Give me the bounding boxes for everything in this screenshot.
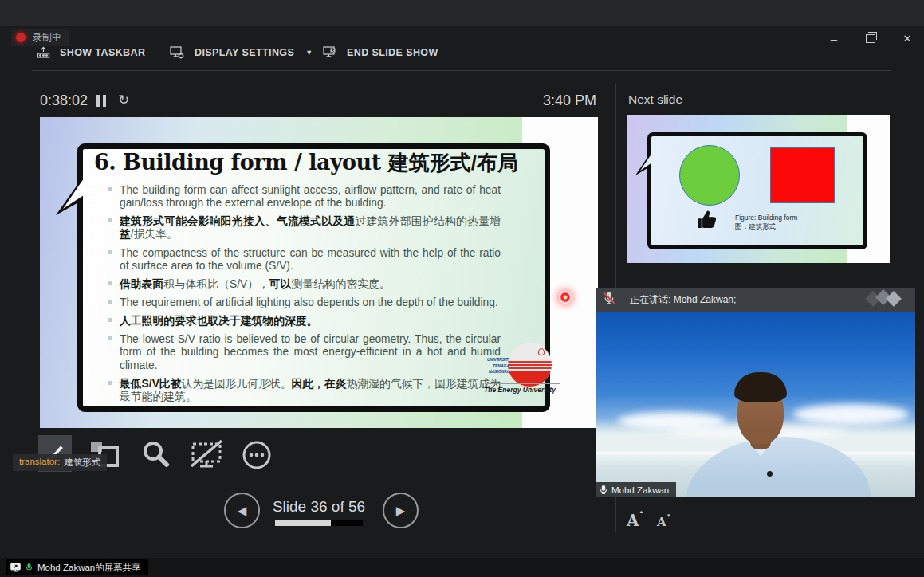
screen: 录制中 – ✕ SHOW TASKBAR DISPLAY SETTINGS bbox=[0, 0, 924, 577]
header-divider bbox=[32, 70, 891, 71]
pause-icon bbox=[96, 95, 100, 107]
end-slide-show-button[interactable]: END SLIDE SHOW bbox=[323, 45, 438, 59]
minimize-button[interactable]: – bbox=[825, 31, 843, 45]
bullet-segment: 建筑形式可能会影响阳光接入、气流模式以及通 bbox=[120, 215, 355, 227]
pause-timer-button[interactable] bbox=[96, 95, 108, 107]
bullet-segment: The building form can affect sunlight ac… bbox=[120, 184, 501, 209]
logo-divider bbox=[486, 383, 560, 384]
translator-tooltip: translator: 建筑形式 bbox=[13, 454, 107, 471]
bullet-segment: The requirement of artificial lighting a… bbox=[120, 296, 498, 308]
bullet-segment: 测量结构的密实度。 bbox=[291, 278, 390, 290]
slide-bullets: The building form can affect sunlight ac… bbox=[120, 184, 501, 409]
slide-progress-fill bbox=[275, 520, 331, 526]
mic-active-icon bbox=[26, 563, 33, 572]
decrease-font-button[interactable]: A▼ bbox=[657, 515, 671, 529]
annotate-screen-icon bbox=[190, 439, 223, 469]
system-taskbar: Mohd Zakwan的屏幕共享 bbox=[0, 558, 924, 577]
prev-slide-icon: ◀ bbox=[238, 504, 247, 518]
preview-caption: Figure: Building form 图：建筑形式 bbox=[735, 214, 797, 232]
active-speaker-text: 正在讲话: Mohd Zakwan; bbox=[630, 293, 736, 307]
bullet-segment: 过建筑外部围护结构的热量增 bbox=[355, 215, 501, 227]
display-settings-icon bbox=[170, 45, 185, 60]
participant-name: Mohd Zakwan bbox=[611, 485, 669, 495]
mic-muted-icon bbox=[604, 292, 615, 308]
show-taskbar-icon bbox=[37, 45, 50, 59]
more-icon bbox=[241, 439, 273, 471]
slide-bullet: The compactness of the structure can be … bbox=[120, 247, 501, 273]
mic-icon bbox=[600, 485, 607, 495]
more-options-button[interactable] bbox=[238, 438, 275, 472]
laser-pointer bbox=[559, 291, 572, 304]
screen-share-icon bbox=[10, 563, 21, 572]
thumbs-up-icon bbox=[695, 209, 717, 234]
logo-tagline: The Energy University bbox=[480, 386, 560, 394]
slide-bullet: 借助表面积与体积比（S/V），可以测量结构的密实度。 bbox=[120, 278, 501, 291]
participant-name-tag: Mohd Zakwan bbox=[596, 482, 676, 497]
display-settings-button[interactable]: DISPLAY SETTINGS ▼ bbox=[170, 45, 313, 60]
bullet-segment: 借助表面 bbox=[120, 278, 163, 290]
restore-button[interactable] bbox=[862, 31, 879, 45]
bullet-segment: 人工照明的要求也取决于建筑物的深度。 bbox=[120, 315, 317, 327]
bullet-segment: 积与体积比（S/V）， bbox=[163, 278, 269, 290]
slide-counter: Slide 36 of 56 bbox=[263, 498, 375, 516]
pause-icon bbox=[103, 95, 106, 107]
presenter-window: 录制中 – ✕ SHOW TASKBAR DISPLAY SETTINGS bbox=[0, 26, 924, 558]
screen-share-badge[interactable]: Mohd Zakwan的屏幕共享 bbox=[6, 559, 148, 575]
next-slide-icon: ▶ bbox=[396, 504, 406, 518]
increase-font-button[interactable]: A▲ bbox=[627, 511, 643, 530]
restart-timer-button[interactable]: ↻ bbox=[118, 92, 129, 108]
active-speaker-bar: 正在讲话: Mohd Zakwan; bbox=[596, 288, 915, 312]
bullet-segment: 可以 bbox=[269, 278, 292, 290]
next-slide-label: Next slide bbox=[628, 92, 682, 107]
next-slide-preview[interactable]: Figure: Building form 图：建筑形式 bbox=[627, 115, 890, 263]
show-taskbar-label: SHOW TASKBAR bbox=[60, 47, 145, 58]
slide-bullet: The lowest S/V ratio is believed to be o… bbox=[120, 333, 501, 371]
bullet-segment: The lowest S/V ratio is believed to be o… bbox=[120, 333, 501, 371]
elapsed-timer: 0:38:02 bbox=[40, 92, 88, 109]
diamond-icon bbox=[886, 291, 902, 307]
restore-icon bbox=[866, 34, 875, 43]
show-taskbar-button[interactable]: SHOW TASKBAR bbox=[37, 45, 145, 59]
font-increase-label: A bbox=[627, 511, 639, 530]
caret-down-icon: ▼ bbox=[666, 513, 671, 518]
preview-caption-line2: 图：建筑形式 bbox=[735, 222, 797, 231]
slide-bullet: 最低S/V比被认为是圆形几何形状。因此，在炎热潮湿的气候下，圆形建筑成为最节能的… bbox=[120, 378, 501, 403]
webcam-video[interactable] bbox=[596, 312, 915, 497]
clock: 3:40 PM bbox=[533, 92, 596, 109]
preview-caption-line1: Figure: Building form bbox=[735, 214, 797, 222]
previous-slide-button[interactable]: ◀ bbox=[224, 493, 260, 528]
next-slide-button[interactable]: ▶ bbox=[383, 493, 419, 528]
display-settings-label: DISPLAY SETTINGS bbox=[195, 47, 294, 58]
font-decrease-label: A bbox=[657, 515, 666, 529]
recording-indicator: 录制中 bbox=[11, 29, 69, 46]
close-button[interactable]: ✕ bbox=[898, 31, 916, 45]
cloud bbox=[793, 404, 909, 425]
chevron-down-icon: ▼ bbox=[305, 49, 313, 57]
bullet-segment: 最低S/V比被 bbox=[120, 378, 182, 390]
bullet-segment: 认为是圆形几何形状。 bbox=[182, 378, 292, 390]
university-logo bbox=[508, 343, 552, 387]
window-controls: – ✕ bbox=[825, 31, 916, 45]
record-dot-icon bbox=[16, 33, 26, 42]
preview-square bbox=[770, 147, 835, 203]
preview-circle bbox=[679, 145, 740, 206]
panel-drag-handle[interactable] bbox=[866, 290, 907, 309]
share-label: Mohd Zakwan的屏幕共享 bbox=[37, 562, 141, 574]
current-slide-canvas[interactable]: 6. Building form / layout 建筑形式/布局 The bu… bbox=[40, 117, 598, 428]
logo-stripes bbox=[508, 361, 552, 371]
bullet-segment: 益 bbox=[120, 228, 131, 240]
black-screen-button[interactable] bbox=[187, 438, 226, 471]
translator-tooltip-prefix: translator: bbox=[19, 457, 60, 469]
caret-up-icon: ▲ bbox=[639, 509, 644, 514]
slide-bullet: The building form can affect sunlight ac… bbox=[120, 184, 501, 210]
slide-bullet: 建筑形式可能会影响阳光接入、气流模式以及通过建筑外部围护结构的热量增益/损失率。 bbox=[120, 215, 501, 241]
bullet-segment: /损失率。 bbox=[131, 228, 178, 240]
slide-title: 6. Building form / layout 建筑形式/布局 bbox=[94, 149, 541, 177]
end-slide-show-icon bbox=[323, 45, 337, 59]
translator-tooltip-text: 建筑形式 bbox=[64, 457, 100, 469]
slide-title-zh: 建筑形式/布局 bbox=[388, 151, 518, 175]
logo-flame-icon bbox=[538, 348, 545, 355]
slide-title-en: 6. Building form / layout bbox=[94, 150, 388, 175]
recording-label: 录制中 bbox=[33, 31, 61, 45]
zoom-slide-button[interactable] bbox=[137, 438, 174, 471]
